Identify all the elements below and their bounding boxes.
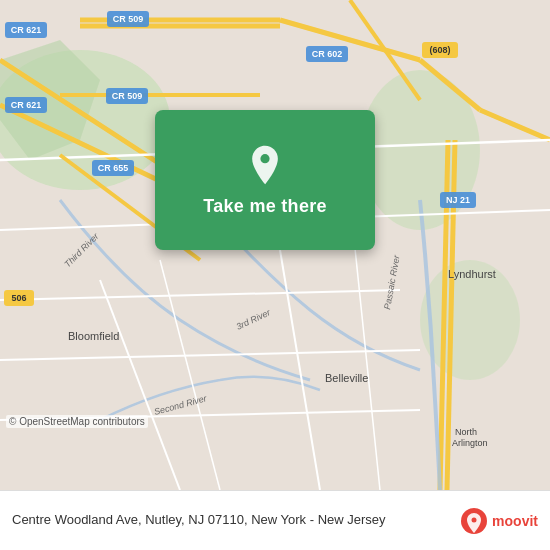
bottom-bar: Centre Woodland Ave, Nutley, NJ 07110, N…	[0, 490, 550, 550]
svg-text:(608): (608)	[429, 45, 450, 55]
svg-text:Bloomfield: Bloomfield	[68, 330, 119, 342]
svg-text:CR 602: CR 602	[312, 49, 343, 59]
take-me-there-button[interactable]: Take me there	[155, 110, 375, 250]
svg-text:Arlington: Arlington	[452, 438, 488, 448]
svg-text:North: North	[455, 427, 477, 437]
moovit-logo[interactable]: moovit	[460, 507, 538, 535]
svg-text:Belleville: Belleville	[325, 372, 368, 384]
svg-text:CR 509: CR 509	[113, 14, 144, 24]
svg-point-56	[472, 517, 477, 522]
map-container: CR 509 CR 621 CR 621 CR 602 (608) CR 509…	[0, 0, 550, 490]
moovit-text: moovit	[492, 513, 538, 529]
moovit-logo-icon	[460, 507, 488, 535]
svg-point-54	[260, 154, 269, 163]
svg-text:NJ 21: NJ 21	[446, 195, 470, 205]
svg-text:506: 506	[11, 293, 26, 303]
take-me-there-label: Take me there	[203, 196, 327, 217]
location-pin-icon	[243, 144, 287, 188]
svg-text:Lyndhurst: Lyndhurst	[448, 268, 496, 280]
svg-text:CR 621: CR 621	[11, 100, 42, 110]
copyright-text: © OpenStreetMap contributors	[6, 415, 148, 428]
svg-text:CR 509: CR 509	[112, 91, 143, 101]
svg-text:CR 621: CR 621	[11, 25, 42, 35]
address-text: Centre Woodland Ave, Nutley, NJ 07110, N…	[12, 511, 386, 529]
svg-text:CR 655: CR 655	[98, 163, 129, 173]
